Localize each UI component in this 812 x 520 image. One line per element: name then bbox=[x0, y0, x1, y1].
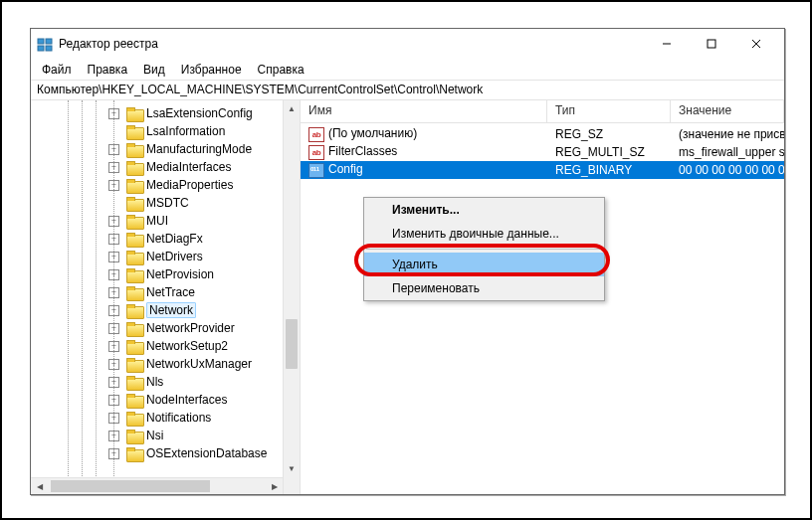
ctx-delete[interactable]: Удалить bbox=[364, 253, 604, 276]
tree-item[interactable]: +NetDiagFx bbox=[31, 230, 300, 248]
tree-item[interactable]: +NetTrace bbox=[31, 283, 300, 301]
tree-item-label: NetworkSetup2 bbox=[146, 339, 228, 353]
svg-rect-0 bbox=[38, 39, 44, 44]
folder-icon bbox=[126, 197, 142, 210]
value-name: (По умолчанию) bbox=[328, 126, 417, 140]
list-header: Имя Тип Значение bbox=[301, 100, 784, 123]
svg-rect-2 bbox=[38, 46, 44, 51]
tree-item-label: MediaProperties bbox=[146, 178, 233, 192]
screenshot-frame: Редактор реестра Файл Правка Вид Избранн… bbox=[0, 0, 812, 520]
tree-item[interactable]: +OSExtensionDatabase bbox=[31, 444, 300, 462]
string-value-icon: ab bbox=[308, 126, 324, 142]
folder-icon bbox=[126, 340, 142, 353]
folder-icon bbox=[126, 376, 142, 389]
tree-item[interactable]: +MediaInterfaces bbox=[31, 158, 300, 176]
folder-icon bbox=[126, 125, 142, 138]
binary-value-icon bbox=[308, 162, 324, 178]
tree-item-label: Nls bbox=[146, 375, 163, 389]
col-header-name[interactable]: Имя bbox=[301, 100, 547, 122]
list-row[interactable]: abFilterClassesREG_MULTI_SZms_firewall_u… bbox=[301, 143, 784, 161]
tree-item-label: NetDiagFx bbox=[146, 232, 203, 246]
tree-item[interactable]: +NodeInterfaces bbox=[31, 391, 300, 409]
tree-item[interactable]: +Notifications bbox=[31, 409, 300, 427]
tree-item-label: NetworkProvider bbox=[146, 321, 235, 335]
tree-item[interactable]: +NetDrivers bbox=[31, 248, 300, 265]
folder-icon bbox=[126, 358, 142, 371]
tree-item-label: NetTrace bbox=[146, 285, 195, 299]
tree-item-label: OSExtensionDatabase bbox=[146, 446, 267, 460]
menu-file[interactable]: Файл bbox=[35, 61, 79, 79]
tree-item-label: Nsi bbox=[146, 429, 163, 442]
scroll-thumb-h[interactable] bbox=[51, 480, 210, 492]
address-bar[interactable]: Компьютер\HKEY_LOCAL_MACHINE\SYSTEM\Curr… bbox=[31, 80, 784, 100]
maximize-button[interactable] bbox=[689, 29, 733, 59]
col-header-value[interactable]: Значение bbox=[671, 100, 784, 122]
tree-item[interactable]: LsaInformation bbox=[31, 122, 300, 140]
folder-icon bbox=[126, 107, 142, 120]
folder-icon bbox=[126, 143, 142, 156]
list-row[interactable]: ConfigREG_BINARY00 00 00 00 00 00 00 00 bbox=[301, 161, 784, 179]
folder-icon bbox=[126, 430, 142, 442]
tree-item[interactable]: +Nsi bbox=[31, 427, 300, 444]
value-type: REG_BINARY bbox=[547, 163, 671, 177]
minimize-button[interactable] bbox=[644, 29, 689, 59]
value-name: Config bbox=[328, 162, 363, 176]
folder-icon bbox=[126, 233, 142, 246]
tree-item-label: NetProvision bbox=[146, 267, 214, 281]
folder-icon bbox=[126, 304, 142, 317]
value-data: (значение не присвоено) bbox=[671, 127, 784, 141]
folder-icon bbox=[126, 286, 142, 299]
folder-icon bbox=[126, 161, 142, 174]
folder-icon bbox=[126, 447, 142, 460]
tree-scrollbar-horizontal[interactable]: ◀ ▶ bbox=[31, 477, 283, 494]
list-row[interactable]: ab(По умолчанию)REG_SZ(значение не присв… bbox=[301, 125, 784, 143]
value-type: REG_MULTI_SZ bbox=[547, 145, 671, 159]
folder-icon bbox=[126, 215, 142, 228]
titlebar[interactable]: Редактор реестра bbox=[31, 29, 784, 59]
tree-item[interactable]: +LsaExtensionConfig bbox=[31, 104, 300, 122]
ctx-separator bbox=[366, 249, 602, 250]
tree-item-label: Network bbox=[146, 302, 196, 318]
tree-item-label: NetDrivers bbox=[146, 250, 203, 263]
tree-item[interactable]: +Network bbox=[31, 301, 300, 319]
folder-icon bbox=[126, 394, 142, 407]
tree-item[interactable]: +NetworkProvider bbox=[31, 319, 300, 337]
tree-item-label: MSDTC bbox=[146, 196, 189, 210]
tree-item-label: NodeInterfaces bbox=[146, 393, 227, 407]
menu-favorites[interactable]: Избранное bbox=[174, 61, 249, 79]
menu-view[interactable]: Вид bbox=[136, 61, 172, 79]
context-menu: Изменить... Изменить двоичные данные... … bbox=[363, 197, 605, 301]
tree-item[interactable]: +NetProvision bbox=[31, 265, 300, 283]
menu-edit[interactable]: Правка bbox=[81, 61, 135, 79]
ctx-edit[interactable]: Изменить... bbox=[364, 198, 604, 222]
scroll-thumb[interactable] bbox=[286, 319, 298, 369]
close-button[interactable] bbox=[733, 29, 778, 59]
tree-item[interactable]: +ManufacturingMode bbox=[31, 140, 300, 158]
folder-icon bbox=[126, 412, 142, 425]
ctx-edit-binary[interactable]: Изменить двоичные данные... bbox=[364, 222, 604, 246]
scroll-down-icon[interactable]: ▼ bbox=[284, 460, 300, 477]
tree-scrollbar-vertical[interactable]: ▲ ▼ bbox=[283, 100, 300, 494]
svg-rect-3 bbox=[46, 46, 52, 51]
tree-item-label: MUI bbox=[146, 214, 168, 228]
scroll-up-icon[interactable]: ▲ bbox=[284, 100, 300, 117]
menu-help[interactable]: Справка bbox=[251, 61, 311, 79]
tree-item[interactable]: MSDTC bbox=[31, 194, 300, 212]
folder-icon bbox=[126, 251, 142, 263]
scroll-right-icon[interactable]: ▶ bbox=[266, 478, 283, 494]
col-header-type[interactable]: Тип bbox=[547, 100, 671, 122]
ctx-rename[interactable]: Переименовать bbox=[364, 276, 604, 300]
svg-rect-1 bbox=[46, 39, 52, 44]
tree-item[interactable]: +MediaProperties bbox=[31, 176, 300, 194]
tree-item-label: LsaExtensionConfig bbox=[146, 106, 253, 120]
tree-pane[interactable]: +LsaExtensionConfigLsaInformation+Manufa… bbox=[31, 100, 301, 494]
tree-item[interactable]: +Nls bbox=[31, 373, 300, 391]
tree-item-label: NetworkUxManager bbox=[146, 357, 252, 371]
tree-item-label: ManufacturingMode bbox=[146, 142, 252, 156]
string-value-icon: ab bbox=[308, 144, 324, 160]
scroll-left-icon[interactable]: ◀ bbox=[31, 478, 48, 494]
tree-item[interactable]: +NetworkUxManager bbox=[31, 355, 300, 373]
value-data: 00 00 00 00 00 00 00 00 bbox=[671, 163, 784, 177]
tree-item[interactable]: +NetworkSetup2 bbox=[31, 337, 300, 355]
tree-item[interactable]: +MUI bbox=[31, 212, 300, 230]
